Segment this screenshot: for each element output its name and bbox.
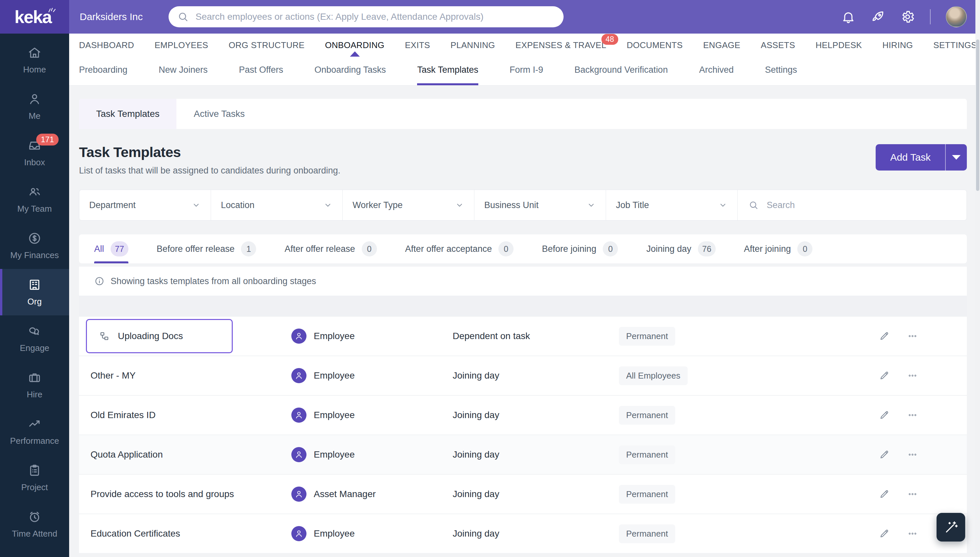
sidebar-item-label: Engage — [20, 343, 49, 353]
sidebar-item-label: My Finances — [10, 250, 59, 261]
main-nav-item[interactable]: EXITS — [405, 34, 430, 57]
sub-nav-item[interactable]: Settings — [765, 57, 797, 85]
more-actions-icon[interactable] — [907, 370, 918, 381]
sub-nav-item[interactable]: Preboarding — [79, 57, 127, 85]
filter-dropdown[interactable]: Location — [211, 190, 343, 220]
sidebar-item[interactable]: Time Attend — [0, 501, 69, 547]
sidebar-item[interactable]: Hire — [0, 362, 69, 408]
scrollbar-thumb[interactable] — [976, 39, 979, 191]
view-tab[interactable]: Active Tasks — [176, 99, 262, 129]
table-row[interactable]: Quota Application Employee Joining day P… — [79, 435, 967, 474]
stage-tab[interactable]: After offer release 0 — [285, 235, 377, 263]
sidebar-item[interactable]: Performance — [0, 408, 69, 454]
stage-tab[interactable]: After joining 0 — [744, 235, 813, 263]
main-nav-item[interactable]: PLANNING — [451, 34, 495, 57]
filter-dropdown[interactable]: Job Title — [606, 190, 738, 220]
add-task-dropdown-button[interactable] — [946, 144, 967, 171]
table-row[interactable]: Old Emirates ID Employee Joining day Per… — [79, 395, 967, 435]
owner-name: Employee — [314, 331, 355, 341]
more-actions-icon[interactable] — [907, 489, 918, 499]
sidebar-item-label: Inbox — [24, 157, 45, 168]
sub-nav-item[interactable]: New Joiners — [159, 57, 208, 85]
table-search-input[interactable] — [766, 200, 956, 211]
sub-nav-item[interactable]: Form I-9 — [510, 57, 543, 85]
edit-pencil-icon[interactable] — [879, 410, 889, 420]
main-nav-item[interactable]: DASHBOARD — [79, 34, 134, 57]
filter-dropdown-label: Department — [89, 200, 136, 210]
sidebar-item-label: Org — [27, 296, 41, 307]
table-row[interactable]: Provide access to tools and groups Asset… — [79, 474, 967, 513]
table-row[interactable]: Education Certificates Employee Joining … — [79, 513, 967, 553]
actions-cell — [879, 370, 967, 381]
edit-pencil-icon[interactable] — [879, 450, 889, 460]
main-nav-item[interactable]: ENGAGE — [703, 34, 740, 57]
magic-wand-fab[interactable] — [936, 513, 965, 542]
more-actions-icon[interactable] — [907, 450, 918, 460]
user-avatar[interactable] — [946, 6, 967, 27]
stage-tab[interactable]: Before offer release 1 — [157, 235, 256, 263]
more-actions-icon[interactable] — [907, 410, 918, 420]
edit-pencil-icon[interactable] — [879, 489, 889, 499]
main-nav-item[interactable]: EMPLOYEES — [155, 34, 208, 57]
filter-dropdown[interactable]: Department — [79, 190, 211, 220]
stage-tab-count: 1 — [241, 241, 256, 256]
sidebar-item[interactable]: Project — [0, 454, 69, 501]
sidebar-item[interactable]: My Team — [0, 176, 69, 223]
edit-pencil-icon[interactable] — [879, 528, 889, 539]
stage-tab[interactable]: Before joining 0 — [542, 235, 618, 263]
rocket-icon[interactable] — [871, 10, 885, 24]
sub-nav-item[interactable]: Onboarding Tasks — [314, 57, 386, 85]
stage-tab[interactable]: Joining day 76 — [646, 235, 715, 263]
app-logo[interactable]: keka — [0, 0, 69, 34]
main-nav-item[interactable]: HELPDESK — [816, 34, 862, 57]
filter-dropdown[interactable]: Business Unit — [474, 190, 606, 220]
stage-tab-label: Joining day — [646, 244, 691, 254]
sub-nav-item[interactable]: Archived — [699, 57, 734, 85]
edit-pencil-icon[interactable] — [879, 331, 889, 341]
table-search[interactable] — [738, 190, 967, 220]
notifications-bell-icon[interactable] — [841, 10, 856, 24]
page-title-block: Task Templates List of tasks that will b… — [79, 144, 340, 176]
stage-tab-label: All — [94, 244, 104, 254]
sub-nav-item[interactable]: Task Templates — [417, 57, 478, 85]
sidebar-item[interactable]: Org — [0, 269, 69, 315]
sidebar-item[interactable]: Home — [0, 37, 69, 83]
settings-gear-icon[interactable] — [900, 10, 915, 24]
stage-tab-count: 0 — [498, 241, 514, 256]
stage-tab[interactable]: After offer acceptance 0 — [405, 235, 514, 263]
stage-tab-label: After joining — [744, 244, 791, 254]
main-nav-item-label: ONBOARDING — [325, 40, 384, 50]
more-actions-icon[interactable] — [907, 528, 918, 539]
sidebar-item[interactable]: Me — [0, 83, 69, 130]
more-actions-icon[interactable] — [907, 331, 918, 341]
edit-pencil-icon[interactable] — [879, 370, 889, 381]
add-task-button[interactable]: Add Task — [876, 144, 946, 171]
magic-wand-icon — [943, 520, 959, 535]
main-nav-item[interactable]: HIRING — [882, 34, 913, 57]
sidebar-item[interactable]: Engage — [0, 315, 69, 362]
main-nav-item[interactable]: ONBOARDING — [325, 34, 384, 57]
main-nav-item[interactable]: DOCUMENTS — [627, 34, 683, 57]
sub-nav-item[interactable]: Background Verification — [575, 57, 668, 85]
global-search[interactable] — [169, 6, 563, 27]
sidebar-item[interactable]: Payroll — [0, 547, 69, 557]
main-nav-item[interactable]: ASSETS — [761, 34, 795, 57]
main-nav-item[interactable]: SETTINGS — [933, 34, 977, 57]
global-search-input[interactable] — [195, 11, 555, 23]
main-nav-item[interactable]: EXPENSES & TRAVEL 48 — [516, 34, 606, 57]
view-tab[interactable]: Task Templates — [79, 99, 176, 129]
main-nav-item[interactable]: ORG STRUCTURE — [229, 34, 305, 57]
page-scrollbar — [975, 0, 980, 557]
stage-tab[interactable]: All 77 — [94, 235, 129, 263]
sub-nav-item-label: Past Offers — [239, 65, 283, 75]
sidebar-item[interactable]: Inbox 171 — [0, 130, 69, 176]
table-row[interactable]: Other - MY Employee Joining day All Empl… — [79, 355, 967, 395]
sub-nav-item[interactable]: Past Offers — [239, 57, 283, 85]
filter-dropdown-label: Business Unit — [484, 200, 539, 210]
table-row[interactable]: Uploading Docs Employee Dependent on tas… — [79, 316, 967, 355]
filter-dropdown[interactable]: Worker Type — [343, 190, 474, 220]
sidebar-item[interactable]: My Finances — [0, 223, 69, 269]
task-name: Uploading Docs — [118, 331, 183, 341]
owner-avatar — [291, 329, 306, 344]
sidebar-item-label: My Team — [18, 204, 52, 214]
